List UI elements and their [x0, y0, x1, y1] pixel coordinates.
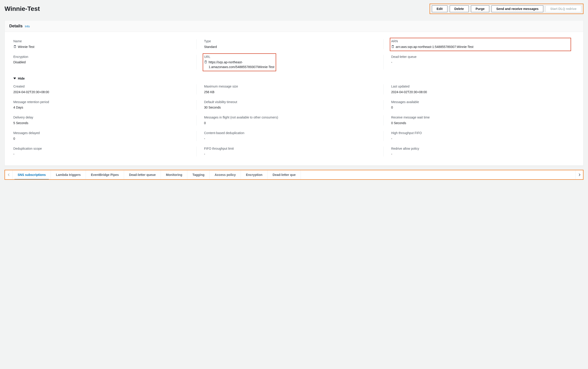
content-dedup-value: -	[204, 136, 205, 141]
encryption-label: Encryption	[13, 55, 196, 59]
retention-label: Message retention period	[13, 100, 196, 104]
fifo-throughput-limit-label: FIFO throughput limit	[204, 146, 383, 151]
content-dedup-label: Content-based deduplication	[204, 131, 383, 135]
url-highlight: URL https://sqs.ap-northeast-1.amazonaws…	[203, 53, 276, 72]
name-value: Winnie-Test	[18, 45, 34, 49]
redrive-allow-policy-label: Redrive allow policy	[391, 146, 570, 151]
info-link[interactable]: Info	[25, 25, 30, 28]
tab-tagging[interactable]: Tagging	[187, 170, 209, 179]
dedup-scope-value: -	[13, 152, 14, 156]
receive-wait-time-value: 0 Seconds	[391, 121, 406, 125]
arn-label: ARN	[391, 39, 570, 44]
created-label: Created	[13, 84, 196, 89]
tab-encryption[interactable]: Encryption	[241, 170, 268, 179]
send-receive-button[interactable]: Send and receive messages	[491, 5, 543, 12]
visibility-timeout-label: Default visibility timeout	[204, 100, 383, 104]
details-body: Name Winnie-Test Type Standard ARN	[5, 32, 583, 165]
type-label: Type	[204, 39, 383, 44]
chevron-left-icon	[8, 173, 10, 176]
max-msg-size-value: 256 KB	[204, 90, 214, 94]
tabs-list: SNS subscriptions Lambda triggers EventB…	[13, 170, 575, 179]
type-value: Standard	[204, 45, 217, 49]
messages-available-label: Messages available	[391, 100, 570, 104]
tabs-scroll-left[interactable]	[5, 170, 13, 179]
tab-access-policy[interactable]: Access policy	[210, 170, 241, 179]
copy-icon[interactable]	[204, 60, 207, 63]
arn-highlight: ARN arn:aws:sqs:ap-northeast-1:548855789…	[390, 38, 571, 51]
caret-down-icon	[13, 78, 16, 79]
purge-button[interactable]: Purge	[471, 5, 489, 12]
tabs-scroll-right[interactable]	[575, 170, 583, 179]
dedup-scope-label: Deduplication scope	[13, 146, 196, 151]
url-label: URL	[204, 55, 275, 59]
hide-label: Hide	[18, 77, 25, 80]
page-header: Winnie-Test Edit Delete Purge Send and r…	[5, 4, 583, 14]
last-updated-label: Last updated	[391, 84, 570, 89]
chevron-right-icon	[578, 173, 580, 176]
tab-lambda-triggers[interactable]: Lambda triggers	[51, 170, 86, 179]
high-throughput-fifo-label: High throughput FIFO	[391, 131, 570, 135]
visibility-timeout-value: 30 Seconds	[204, 105, 221, 110]
messages-in-flight-value: 0	[204, 121, 206, 125]
delivery-delay-value: 5 Seconds	[13, 121, 28, 125]
messages-available-value: 0	[391, 105, 393, 110]
delivery-delay-label: Delivery delay	[13, 115, 196, 120]
arn-value: arn:aws:sqs:ap-northeast-1:548855789307:…	[396, 45, 473, 49]
retention-value: 4 Days	[13, 105, 23, 110]
max-msg-size-label: Maximum message size	[204, 84, 383, 89]
messages-in-flight-label: Messages in flight (not available to oth…	[204, 115, 383, 120]
messages-delayed-label: Messages delayed	[13, 131, 196, 135]
redrive-allow-policy-value: -	[391, 152, 392, 156]
hide-toggle[interactable]: Hide	[13, 77, 575, 80]
tab-monitoring[interactable]: Monitoring	[161, 170, 187, 179]
page-title: Winnie-Test	[5, 5, 40, 12]
dlq-label: Dead-letter queue	[391, 55, 570, 59]
receive-wait-time-label: Receive message wait time	[391, 115, 570, 120]
start-dlq-redrive-button: Start DLQ redrive	[546, 5, 581, 12]
tab-sns-subscriptions[interactable]: SNS subscriptions	[13, 170, 51, 179]
fifo-throughput-limit-value: -	[204, 152, 205, 156]
dlq-value: -	[391, 60, 392, 65]
tab-dead-letter-queue-overflow[interactable]: Dead-letter que	[268, 170, 301, 179]
tabs-bar: SNS subscriptions Lambda triggers EventB…	[5, 170, 583, 180]
action-bar: Edit Delete Purge Send and receive messa…	[429, 4, 583, 14]
tab-dead-letter-queue[interactable]: Dead-letter queue	[124, 170, 161, 179]
details-title: Details	[9, 24, 23, 29]
details-header: Details Info	[5, 20, 583, 32]
encryption-value: Disabled	[13, 60, 26, 65]
messages-delayed-value: 0	[13, 136, 15, 141]
name-label: Name	[13, 39, 196, 44]
copy-icon[interactable]	[391, 45, 394, 48]
edit-button[interactable]: Edit	[432, 5, 447, 12]
created-value: 2024-04-02T20:30+08:00	[13, 90, 49, 94]
last-updated-value: 2024-04-02T20:30+08:00	[391, 90, 427, 94]
tab-eventbridge-pipes[interactable]: EventBridge Pipes	[86, 170, 124, 179]
high-throughput-fifo-value: -	[391, 136, 392, 141]
details-panel: Details Info Name Winnie-Test Type Stand…	[5, 20, 583, 166]
delete-button[interactable]: Delete	[450, 5, 469, 12]
copy-icon[interactable]	[13, 45, 17, 48]
url-value: https://sqs.ap-northeast-1.amazonaws.com…	[209, 60, 275, 69]
